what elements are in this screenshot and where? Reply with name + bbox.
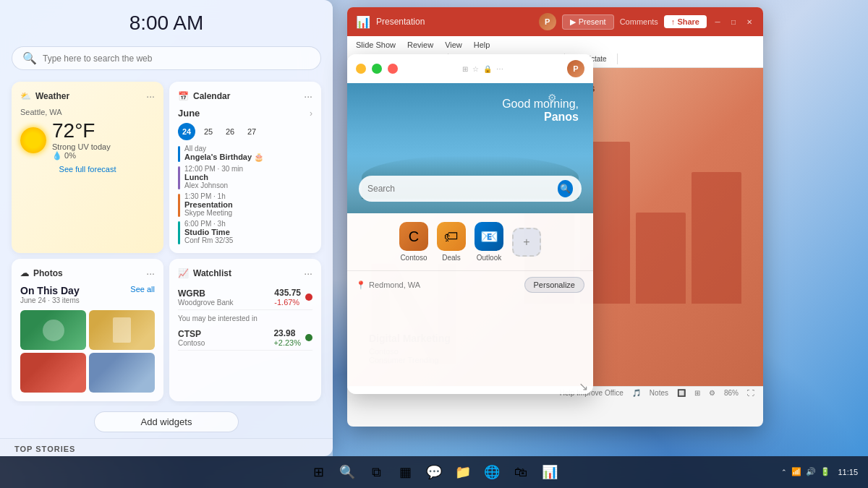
cal-event-allday: All day [184, 145, 264, 153]
photo-thumb-3[interactable] [20, 353, 86, 393]
taskbar-time[interactable]: 11:15 [833, 466, 862, 479]
weather-more-btn[interactable]: ··· [146, 90, 155, 102]
taskbar-start-btn[interactable]: ⊞ [305, 459, 331, 485]
edge-search-button[interactable]: 🔍 [558, 180, 574, 197]
calendar-events: All day Angela's Birthday 🎂 12:00 PM · 3… [178, 145, 312, 244]
widgets-search-input[interactable] [43, 53, 310, 64]
cal-event-bar-birthday [178, 146, 180, 162]
stock-row-ctsp: CTSP Contoso 23.98 +2.23% [178, 325, 312, 351]
edge-settings-icon[interactable]: ⚙ [548, 92, 557, 103]
taskbar-taskview-btn[interactable]: ⧉ [363, 459, 389, 485]
cal-event-pres-time: 1:30 PM · 1h [184, 192, 233, 200]
cal-event-studio-sub: Conf Rm 32/35 [184, 236, 233, 244]
ppt-close-button[interactable]: ✕ [744, 17, 754, 27]
ppt-window-controls: ─ □ ✕ [712, 17, 754, 27]
stock-ctsp-name: Contoso [178, 339, 205, 347]
edge-location: 📍 Redmond, WA [356, 281, 420, 290]
widgets-search-icon: 🔍 [22, 51, 37, 65]
battery-icon[interactable]: 🔋 [820, 467, 830, 476]
edge-pin-contoso[interactable]: C Contoso [399, 222, 428, 262]
calendar-more-btn[interactable]: ··· [304, 90, 312, 102]
edge-pin-outlook[interactable]: 📧 Outlook [475, 222, 503, 262]
widgets-grid: ⛅ Weather ··· Seattle, WA 72°F Strong UV… [0, 76, 333, 406]
taskbar-chat-btn[interactable]: 💬 [421, 459, 447, 485]
weather-forecast-link[interactable]: See full forecast [20, 165, 155, 174]
tab-help[interactable]: Help [474, 39, 490, 51]
cal-event-birthday: All day Angela's Birthday 🎂 [178, 145, 312, 162]
photo-thumb-4[interactable] [89, 353, 155, 393]
watchlist-more-btn[interactable]: ··· [304, 267, 312, 279]
add-widgets-row: Add widgets [0, 406, 333, 438]
edge-personalize-button[interactable]: Personalize [524, 277, 584, 293]
add-widgets-btn[interactable]: Add widgets [94, 411, 239, 432]
tab-review[interactable]: Review [407, 39, 433, 51]
tab-view[interactable]: View [445, 39, 462, 51]
tray-chevron-icon[interactable]: ⌃ [781, 468, 787, 476]
edge-user-name: Panos [502, 111, 579, 124]
stock-wgrb-ticker: WGRB [178, 288, 234, 299]
cal-event-lunch-name: Lunch [184, 173, 243, 181]
stock-ctsp-change: +2.23% [273, 338, 301, 347]
edge-minimize-btn[interactable] [356, 64, 366, 74]
cal-event-info-birthday: All day Angela's Birthday 🎂 [184, 145, 264, 162]
ppt-present-button[interactable]: ▶ Present [562, 14, 614, 30]
taskbar-clock: 11:15 [838, 467, 858, 477]
photo-thumb-2[interactable] [89, 310, 155, 350]
weather-main: 72°F Strong UV today 💧 0% [20, 119, 155, 160]
tab-slideshow[interactable]: Slide Show [356, 39, 396, 51]
cal-event-bar-studio [178, 221, 180, 244]
cal-date-24: 24 [178, 123, 195, 140]
stock-wgrb-indicator [305, 294, 312, 301]
taskbar-ppt-btn[interactable]: 📊 [537, 459, 563, 485]
calendar-next-btn[interactable]: › [310, 108, 312, 119]
system-tray: ⌃ 📶 🔊 🔋 [781, 467, 830, 476]
calendar-title: Calendar [193, 91, 230, 101]
taskbar-widgets-btn[interactable]: ▦ [392, 459, 418, 485]
ppt-maximize-button[interactable]: □ [728, 17, 739, 27]
wifi-icon[interactable]: 📶 [791, 467, 801, 476]
cal-event-pres-name: Presentation [184, 200, 233, 209]
ppt-comments-btn[interactable]: Comments [620, 17, 658, 26]
calendar-widget-header: 📅 Calendar ··· [178, 90, 312, 102]
ppt-titlebar: 📊 Presentation P ▶ Present Comments ↑ Sh… [347, 7, 763, 36]
edge-pinned-icons: C Contoso 🏷 Deals 📧 Outlook + [356, 222, 584, 262]
photos-grid [20, 310, 155, 393]
weather-title-row: ⛅ Weather [20, 91, 69, 101]
calendar-month: June [178, 108, 200, 119]
ppt-notes[interactable]: Notes [650, 389, 668, 397]
edge-pin-add[interactable]: + [512, 228, 541, 257]
edge-search-input[interactable] [367, 184, 552, 194]
photos-see-all-link[interactable]: See all [130, 285, 155, 294]
stock-wgrb-name: Woodgrove Bank [178, 299, 234, 307]
widgets-search-bar: 🔍 [12, 46, 321, 70]
watchlist-chart-icon: 📈 [178, 268, 189, 278]
photos-cloud-icon: ☁ [20, 268, 29, 278]
ppt-title: Presentation [376, 17, 425, 27]
edge-close-btn[interactable] [388, 64, 398, 74]
cal-event-info-pres: 1:30 PM · 1h Presentation Skype Meeting [184, 192, 233, 217]
ppt-share-button[interactable]: ↑ Share [664, 15, 707, 28]
photo-thumb-1[interactable] [20, 310, 86, 350]
top-stories-label: TOP STORIES [0, 438, 333, 456]
ppt-minimize-button[interactable]: ─ [712, 17, 723, 27]
taskbar-explorer-btn[interactable]: 📁 [450, 459, 476, 485]
edge-profile-avatar[interactable]: P [567, 60, 584, 77]
widgets-time: 8:00 AM [14, 12, 318, 35]
weather-widget-header: ⛅ Weather ··· [20, 90, 155, 102]
volume-icon[interactable]: 🔊 [806, 467, 816, 476]
photos-title: Photos [33, 268, 63, 278]
weather-temp: 72°F [52, 119, 111, 142]
taskbar-store-btn[interactable]: 🛍 [508, 459, 534, 485]
photos-title-row: ☁ Photos [20, 268, 63, 278]
photos-more-btn[interactable]: ··· [146, 267, 155, 279]
calendar-title-row: 📅 Calendar [178, 91, 230, 101]
watchlist-title: Watchlist [193, 268, 231, 278]
edge-maximize-btn[interactable] [372, 64, 382, 74]
weather-description: Strong UV today [52, 142, 111, 151]
edge-pin-deals[interactable]: 🏷 Deals [437, 222, 466, 262]
taskbar-edge-btn[interactable]: 🌐 [479, 459, 505, 485]
edge-bottom: C Contoso 🏷 Deals 📧 Outlook + [347, 213, 593, 270]
taskbar-search-btn[interactable]: 🔍 [334, 459, 360, 485]
calendar-icon: 📅 [178, 91, 189, 101]
edge-resize-handle[interactable]: ↘ [579, 380, 587, 388]
